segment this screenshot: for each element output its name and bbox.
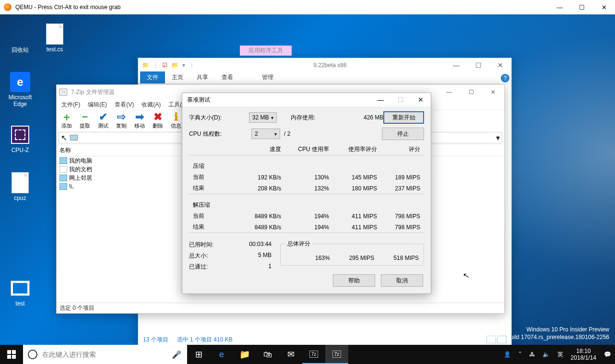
running-7zip-bench-icon[interactable]: 7z (325, 345, 348, 364)
help-icon[interactable]: ? (501, 74, 509, 82)
file-testcs-icon[interactable]: test.cs (37, 24, 72, 53)
dict-combo[interactable]: 32 MB (249, 112, 277, 123)
tab-share[interactable]: 共享 (190, 71, 215, 83)
maximize-button[interactable]: ☐ (460, 85, 482, 99)
tb-delete[interactable]: ✖删除 (149, 112, 167, 129)
menu-view[interactable]: 查看(V) (112, 100, 137, 110)
volume-icon[interactable]: 🔈 (539, 345, 554, 364)
search-input[interactable] (42, 351, 166, 358)
qemu-window: QEMU - Press Ctrl-Alt to exit mouse grab… (0, 0, 615, 364)
taskbar-search[interactable]: 🎤 (23, 345, 187, 364)
close-button[interactable]: ✕ (482, 85, 504, 99)
menu-edit[interactable]: 编辑(E) (85, 100, 110, 110)
table-row: 结果208 KB/s132%180 MIPS237 MIPS (189, 183, 424, 194)
maximize-button[interactable]: ☐ (390, 93, 411, 106)
overall-rating-group: 总体评分 163% 295 MIPS 518 MIPS (280, 244, 424, 266)
qemu-window-controls: — ☐ ✕ (549, 0, 615, 14)
action-center-icon[interactable]: 💬 (600, 345, 615, 364)
start-button[interactable] (0, 345, 23, 364)
tab-file[interactable]: 文件 (140, 71, 165, 83)
explorer-titlebar[interactable]: 📁 | ☑ 📁 ▾ | 应用程序工具 9.22beta x86 — ☐ ✕ (138, 58, 511, 72)
table-row: 当前192 KB/s130%145 MIPS189 MIPS (189, 172, 424, 183)
tab-view[interactable]: 查看 (215, 71, 240, 83)
contextual-tab-header: 应用程序工具 (240, 46, 292, 56)
cpuz-file-icon[interactable]: cpuz (3, 173, 37, 201)
explorer-ribbon-tabs: 文件 主页 共享 查看 管理 ? (138, 72, 511, 84)
edge-icon[interactable]: e Microsoft Edge (3, 72, 37, 107)
maximize-button[interactable]: ☐ (571, 0, 593, 14)
benchmark-window-controls: — ☐ ✕ (370, 93, 431, 106)
cancel-button[interactable]: 取消 (381, 274, 423, 287)
pinned-store-icon[interactable]: 🛍 (256, 345, 279, 364)
tab-home[interactable]: 主页 (165, 71, 190, 83)
ime-indicator[interactable]: 英 (554, 345, 567, 364)
people-icon[interactable]: 👤 (500, 345, 515, 364)
cpu-threads-label: CPU 线程数: (189, 130, 251, 138)
menu-file[interactable]: 文件(F) (59, 100, 83, 110)
menu-fav[interactable]: 收藏(A) (139, 100, 164, 110)
explorer-title: 9.22beta x86 (198, 62, 445, 69)
stop-button[interactable]: 停止 (382, 128, 424, 140)
quick-access-toolbar: 📁 | ☑ 📁 ▾ | (138, 61, 198, 70)
qemu-icon (4, 3, 12, 11)
sevenzip-icon: 7z (59, 89, 67, 95)
elapsed-info: 已用时间:00:03:44 总大小:5 MB 已通过:1 (189, 241, 275, 274)
explorer-statusbar: 13 个项目 选中 1 个项目 410 KB (138, 334, 511, 345)
cpu-threads-combo[interactable]: 2 (251, 129, 280, 139)
benchmark-dialog[interactable]: 基准测试 — ☐ ✕ 字典大小(D): 32 MB 内存使用: 426 MB 重… (182, 93, 431, 294)
tb-extract[interactable]: −提取 (76, 112, 94, 129)
tb-add[interactable]: ＋添加 (58, 112, 76, 129)
details-view-icon[interactable] (486, 336, 496, 343)
network-icon[interactable]: 🖧 (525, 345, 539, 364)
minimize-button[interactable]: — (445, 58, 467, 72)
minimize-button[interactable]: — (438, 85, 460, 99)
tb-move[interactable]: ➡移动 (130, 112, 149, 129)
status-items: 13 个项目 (143, 336, 168, 344)
pinned-mail-icon[interactable]: ✉ (279, 345, 302, 364)
tb-copy[interactable]: ⇨复制 (112, 112, 130, 129)
minimize-button[interactable]: — (549, 0, 571, 14)
pinned-edge-icon[interactable]: e (210, 345, 233, 364)
maximize-button[interactable]: ☐ (467, 58, 489, 72)
folder2-icon[interactable]: 📁 (170, 61, 179, 70)
tab-manage[interactable]: 管理 (255, 71, 280, 83)
recycle-bin-icon[interactable]: 回收站 (3, 24, 37, 54)
test-shortcut-icon[interactable]: test (3, 278, 37, 307)
thumbs-view-icon[interactable] (497, 336, 507, 343)
chevron-icon[interactable]: ▾ (181, 61, 186, 70)
up-icon[interactable]: ↖ (61, 133, 67, 142)
taskbar[interactable]: 🎤 ⊞ e 📁 🛍 ✉ 7z 7z 👤 ˄ 🖧 🔈 英 18:102018/1/… (0, 345, 615, 364)
memory-value: 426 MB (347, 114, 384, 121)
sevenzip-title: 7-Zip 文件管理器 (71, 88, 115, 96)
help-button[interactable]: 帮助 (333, 274, 375, 287)
close-button[interactable]: ✕ (593, 0, 615, 14)
benchmark-titlebar[interactable]: 基准测试 — ☐ ✕ (182, 93, 431, 106)
clock[interactable]: 18:102018/1/14 (567, 345, 600, 364)
system-tray: 👤 ˄ 🖧 🔈 英 18:102018/1/14 💬 (500, 345, 615, 364)
checkbox-icon[interactable]: ☑ (161, 61, 168, 70)
sevenzip-window-controls: — ☐ ✕ (438, 85, 504, 99)
mic-icon[interactable]: 🎤 (172, 350, 181, 359)
icon-label: cpuz (3, 195, 37, 201)
tray-chevron-icon[interactable]: ˄ (515, 345, 525, 364)
tb-test[interactable]: ✔测试 (94, 112, 112, 129)
dropdown-icon[interactable]: ▾ (496, 133, 500, 142)
view-mode-icons (486, 336, 507, 343)
running-7zip-icon[interactable]: 7z (302, 345, 325, 364)
qemu-titlebar[interactable]: QEMU - Press Ctrl-Alt to exit mouse grab… (0, 0, 615, 14)
windows-desktop[interactable]: 回收站 test.cs e Microsoft Edge CPU-Z cpuz … (0, 14, 615, 364)
folder-icon: 📁 (141, 61, 150, 70)
icon-label: test.cs (37, 46, 72, 53)
table-row: 当前8489 KB/s194%411 MIPS798 MIPS (189, 211, 424, 222)
task-view-icon[interactable]: ⊞ (187, 345, 210, 364)
windows-logo-icon (7, 350, 16, 359)
restart-button[interactable]: 重新开始 (383, 111, 424, 124)
memory-label: 内存使用: (291, 114, 328, 122)
dialog-buttons: 帮助 取消 (333, 274, 423, 287)
cpuz-shortcut-icon[interactable]: CPU-Z (3, 125, 37, 153)
close-button[interactable]: ✕ (489, 58, 511, 72)
minimize-button[interactable]: — (370, 93, 390, 106)
close-button[interactable]: ✕ (411, 93, 431, 106)
pinned-explorer-icon[interactable]: 📁 (233, 345, 256, 364)
drive-icon (70, 135, 78, 141)
